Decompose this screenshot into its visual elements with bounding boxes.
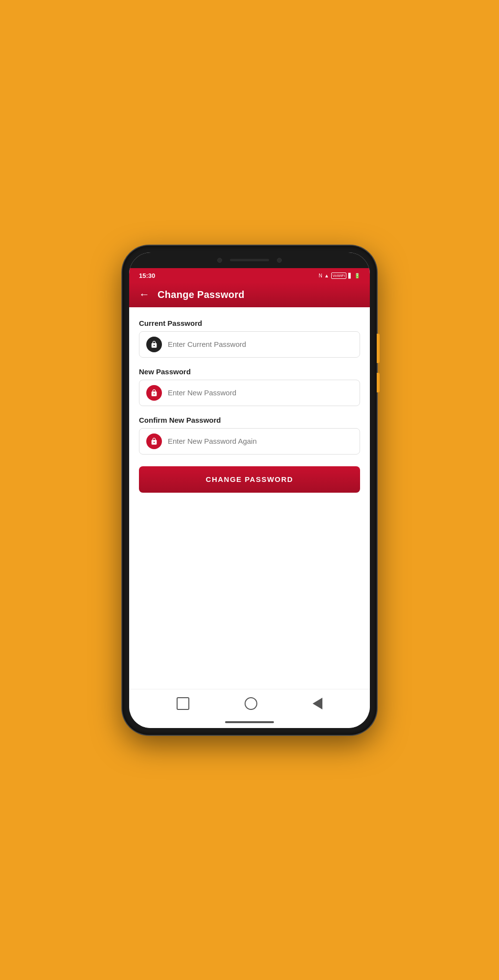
- wifi-icon: ▲: [324, 273, 329, 278]
- bottom-navigation: [129, 689, 370, 718]
- bottom-pill: [225, 721, 274, 723]
- current-password-label: Current Password: [139, 319, 360, 327]
- nfc-icon: N: [319, 273, 322, 278]
- vowifi-icon: VoWiFi: [331, 273, 346, 279]
- bottom-bar: [129, 718, 370, 728]
- page-title: Change Password: [158, 289, 245, 300]
- back-button[interactable]: ←: [139, 289, 150, 300]
- nav-back-icon[interactable]: [313, 698, 322, 709]
- new-password-wrapper: [139, 380, 360, 406]
- confirm-password-lock-icon: [146, 433, 162, 449]
- confirm-password-label: Confirm New Password: [139, 416, 360, 424]
- new-password-label: New Password: [139, 367, 360, 376]
- status-bar: 15:30 N ▲ VoWiFi ▋ 🔋: [129, 268, 370, 282]
- current-password-lock-icon: [146, 337, 162, 352]
- change-password-button[interactable]: CHANGE PASSWORD: [139, 466, 360, 493]
- nav-home-icon[interactable]: [245, 697, 257, 710]
- lock-svg-2: [150, 389, 158, 397]
- confirm-password-wrapper: [139, 428, 360, 455]
- form-content: Current Password New Password: [129, 307, 370, 689]
- lock-svg-3: [150, 437, 158, 445]
- current-password-input[interactable]: [168, 340, 353, 348]
- nav-recent-apps-icon[interactable]: [177, 697, 189, 710]
- new-password-input[interactable]: [168, 388, 353, 397]
- current-password-wrapper: [139, 331, 360, 358]
- phone-screen: 15:30 N ▲ VoWiFi ▋ 🔋 ← Change Password C…: [129, 252, 370, 728]
- app-header: ← Change Password: [129, 282, 370, 307]
- camera-notch: [129, 252, 370, 268]
- camera-dot-right: [277, 258, 282, 263]
- status-time: 15:30: [139, 272, 155, 279]
- confirm-password-input[interactable]: [168, 437, 353, 445]
- battery-icon: 🔋: [354, 273, 360, 278]
- phone-device: 15:30 N ▲ VoWiFi ▋ 🔋 ← Change Password C…: [122, 246, 377, 735]
- signal-icon: ▋: [348, 273, 352, 278]
- phone-content: 15:30 N ▲ VoWiFi ▋ 🔋 ← Change Password C…: [129, 268, 370, 728]
- lock-svg: [150, 341, 158, 348]
- new-password-lock-icon: [146, 385, 162, 401]
- camera-dot-left: [217, 258, 222, 263]
- status-icons: N ▲ VoWiFi ▋ 🔋: [319, 273, 360, 279]
- speaker-bar: [230, 259, 269, 261]
